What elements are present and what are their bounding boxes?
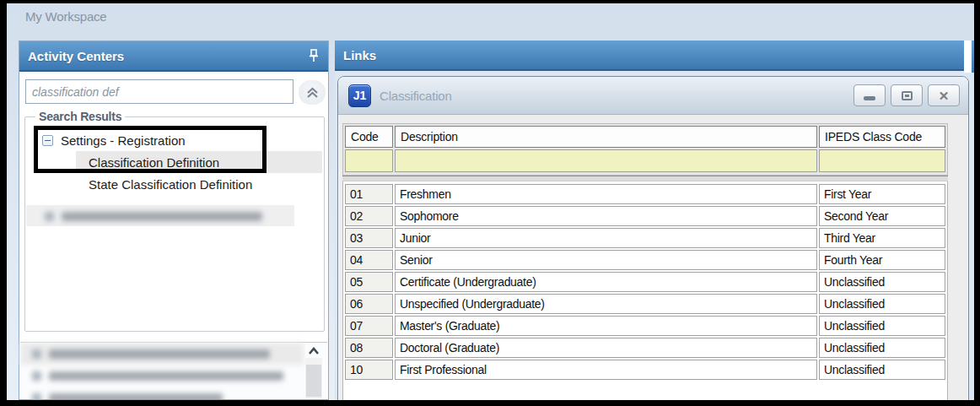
table-row[interactable]: 10 First Professional Unclassified [345,360,945,380]
activity-centers-header: Activity Centers [19,41,328,72]
classification-window-title: Classification [380,89,452,103]
cell-description[interactable]: Sophomore [395,206,817,226]
blurred-text [62,212,262,221]
cell-code[interactable]: 02 [345,206,393,226]
cell-ipeds-class-code[interactable]: Unclassified [819,316,945,336]
blurred-item-icon [32,349,41,359]
cell-code[interactable]: 01 [345,184,393,204]
cell-description[interactable]: Unspecified (Undergraduate) [395,294,817,314]
search-results-group: Search Results Settings - Registration C… [24,116,325,332]
table-row[interactable]: 01 Freshmen First Year [345,184,945,204]
table-row[interactable]: 07 Master's (Graduate) Unclassified [345,316,945,336]
workspace-title[interactable]: My Workspace [25,9,107,24]
close-icon: ✕ [939,89,950,102]
table-row[interactable]: 05 Certificate (Undergraduate) Unclassif… [345,272,945,292]
pin-button[interactable] [308,48,320,63]
tree-item-blurred[interactable] [26,205,294,226]
cell-ipeds-class-code[interactable]: Unclassified [819,272,945,292]
filter-cell-code[interactable] [345,149,393,172]
column-header-code[interactable]: Code [345,126,393,148]
blurred-expander-icon [45,212,54,221]
tree-item-label: Settings - Registration [61,133,186,148]
scroll-up-button[interactable] [305,344,322,358]
grid-divider [342,176,948,181]
app-window: My Workspace Activity Centers Search Res… [0,0,980,406]
collapse-search-button[interactable] [299,80,326,105]
list-item-blurred[interactable] [20,365,327,387]
tree-item-classification-definition[interactable]: Classification Definition [76,151,322,173]
classification-window: J1 Classification ✕ Code [337,76,969,406]
grid-rows: 01 Freshmen First Year 02 Sophomore Seco… [342,181,948,406]
frame-border-top [0,0,980,3]
search-input[interactable] [25,79,293,104]
cell-code[interactable]: 05 [345,272,393,292]
activity-centers-panel: Activity Centers Search Results [19,41,329,400]
activity-list-panel [20,342,327,399]
tree-item-label: State Classification Definition [89,177,252,192]
table-row[interactable]: 08 Doctoral (Graduate) Unclassified [345,338,945,358]
blurred-text [49,371,283,381]
cell-description[interactable]: First Professional [395,360,817,380]
search-results-label: Search Results [35,110,125,123]
cell-ipeds-class-code[interactable]: Unclassified [819,338,945,358]
table-row[interactable]: 04 Senior Fourth Year [345,250,945,270]
grid-filter-row [345,148,945,172]
header-splitter[interactable] [964,41,972,73]
table-row[interactable]: 06 Unspecified (Undergraduate) Unclassif… [345,294,945,314]
list-item-blurred[interactable] [20,343,304,365]
cell-description[interactable]: Certificate (Undergraduate) [395,272,817,292]
cell-description[interactable]: Master's (Graduate) [395,316,817,336]
table-row[interactable]: 02 Sophomore Second Year [345,206,945,226]
cell-code[interactable]: 03 [345,228,393,248]
window-controls: ✕ [853,84,960,106]
tree-item-state-classification-definition[interactable]: State Classification Definition [25,173,324,195]
cell-code[interactable]: 07 [345,316,393,336]
blurred-text [49,349,270,359]
tree-item-settings-registration[interactable]: Settings - Registration [25,129,324,151]
cell-description[interactable]: Junior [395,228,817,248]
cell-code[interactable]: 10 [345,360,393,380]
chevron-double-up-icon [305,86,320,100]
chevron-up-icon [308,347,320,355]
j1-logo-icon: J1 [348,84,371,107]
links-panel: Links J1 Classification ✕ [335,41,974,400]
frame-border-bottom [0,400,980,406]
grid-header-row: Code Description IPEDS Class Code [345,126,945,148]
cell-code[interactable]: 06 [345,294,393,314]
cell-ipeds-class-code[interactable]: Unclassified [819,294,945,314]
classification-titlebar[interactable]: J1 Classification ✕ [338,77,968,115]
search-results-tree: Settings - Registration Classification D… [25,129,324,195]
cell-description[interactable]: Freshmen [395,184,817,204]
cell-description[interactable]: Senior [395,250,817,270]
maximize-icon [902,91,913,100]
filter-cell-description[interactable] [395,149,817,172]
scrollbar-thumb[interactable] [306,365,321,397]
cell-code[interactable]: 04 [345,250,393,270]
activity-centers-title: Activity Centers [28,49,124,63]
cell-ipeds-class-code[interactable]: Unclassified [819,360,945,380]
maximize-button[interactable] [891,84,923,106]
links-title: Links [343,48,376,62]
minimize-button[interactable] [853,84,886,106]
table-row[interactable]: 03 Junior Third Year [345,228,945,248]
links-header: Links [335,41,964,71]
minimize-icon [864,96,875,100]
blurred-item-icon [32,371,41,381]
pin-icon [308,48,320,63]
cell-description[interactable]: Doctoral (Graduate) [395,338,817,358]
cell-ipeds-class-code[interactable]: Third Year [819,228,945,248]
close-button[interactable]: ✕ [928,84,960,106]
frame-border-right [974,0,980,406]
collapse-node-icon[interactable] [42,135,53,146]
cell-code[interactable]: 08 [345,338,393,358]
filter-cell-ipeds[interactable] [819,149,945,172]
grid-header-block: Code Description IPEDS Class Code [342,123,948,176]
column-header-ipeds-class-code[interactable]: IPEDS Class Code [819,126,945,148]
cell-ipeds-class-code[interactable]: Fourth Year [819,250,945,270]
cell-ipeds-class-code[interactable]: Second Year [819,206,945,226]
list-scrollbar[interactable] [305,344,322,398]
column-header-description[interactable]: Description [395,126,817,148]
tree-item-label: Classification Definition [89,155,219,170]
frame-border-left [0,0,7,406]
cell-ipeds-class-code[interactable]: First Year [819,184,945,204]
